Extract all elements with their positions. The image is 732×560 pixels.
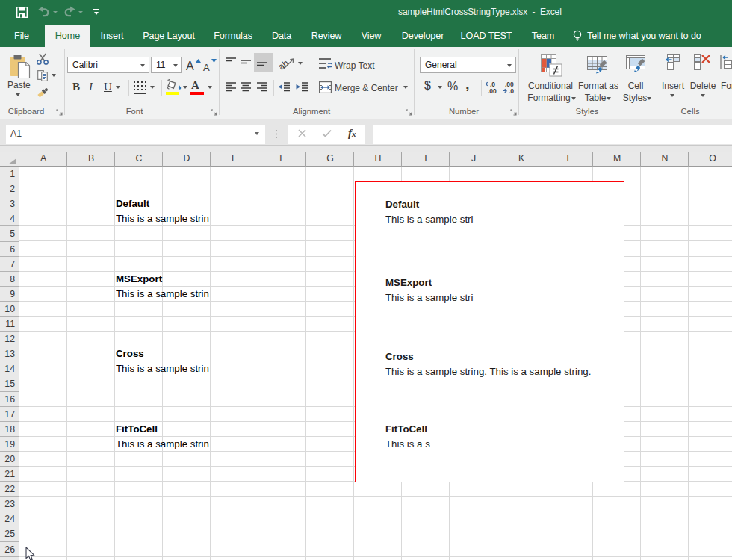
- svg-text:.0: .0: [509, 87, 514, 94]
- svg-text:ab: ab: [279, 57, 291, 71]
- svg-text:.00: .00: [488, 87, 497, 94]
